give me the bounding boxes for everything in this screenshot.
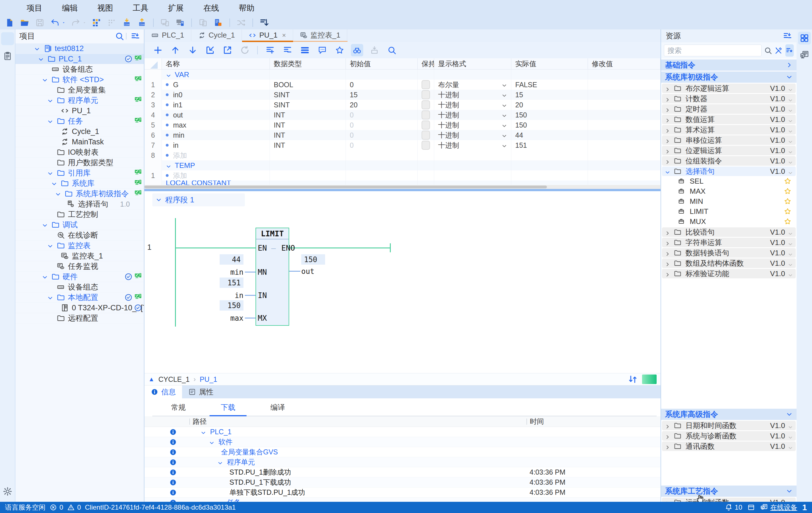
- input-var-label[interactable]: max: [220, 314, 243, 322]
- chevron-right-icon[interactable]: [665, 117, 670, 122]
- modify-cell[interactable]: [588, 150, 661, 160]
- format-cell[interactable]: 十进制: [434, 90, 511, 100]
- chevron-down-icon[interactable]: [166, 162, 171, 168]
- type-cell[interactable]: [270, 150, 346, 160]
- log-row[interactable]: STD.PU_1下载成功4:03:36 PM: [144, 477, 661, 487]
- strip-online-devices-panel[interactable]: [798, 49, 811, 61]
- find-button[interactable]: [386, 44, 398, 56]
- menu-item-扩展[interactable]: 扩展: [168, 3, 184, 13]
- chevron-right-icon[interactable]: [665, 148, 670, 153]
- search-icon[interactable]: [115, 31, 124, 41]
- format-cell[interactable]: 十进制: [434, 120, 511, 130]
- upload-from-plc-button[interactable]: IIOO: [136, 17, 148, 28]
- chevron-right-icon[interactable]: [665, 158, 670, 164]
- save-button[interactable]: [34, 17, 46, 28]
- init-cell[interactable]: 0: [346, 80, 418, 90]
- tree-item-调试[interactable]: 调试: [16, 220, 144, 230]
- horizontal-scrollbar[interactable]: [144, 185, 661, 189]
- subtab-常规[interactable]: 常规: [160, 398, 197, 416]
- name-cell[interactable]: min: [162, 130, 270, 140]
- tree-item-用户数据类型[interactable]: 用户数据类型: [16, 157, 144, 168]
- keep-checkbox[interactable]: [422, 80, 430, 89]
- chevron-right-icon[interactable]: [665, 271, 670, 276]
- format-cell[interactable]: 十进制: [434, 100, 511, 110]
- tree-item-本地配置[interactable]: 本地配置: [16, 292, 144, 303]
- type-cell[interactable]: INT: [270, 110, 346, 120]
- activity-settings-gear[interactable]: [1, 485, 14, 498]
- input-var-label[interactable]: in: [220, 291, 243, 300]
- chevron-down-icon[interactable]: [501, 92, 507, 97]
- resource-串移位运算[interactable]: 串移位运算V1.0: [662, 135, 796, 145]
- chevron-right-icon[interactable]: [665, 229, 670, 235]
- resource-日期和时间函数[interactable]: 日期和时间函数V1.0: [662, 421, 796, 430]
- type-cell[interactable]: INT: [270, 130, 346, 140]
- collapse-all-icon[interactable]: [130, 31, 140, 41]
- type-cell[interactable]: INT: [270, 120, 346, 130]
- tree-item-选择语句[interactable]: 选择语句1.0: [16, 199, 144, 209]
- menu-item-视图[interactable]: 视图: [97, 3, 113, 13]
- chevron-down-icon[interactable]: [42, 222, 48, 228]
- online-device-icon[interactable]: [760, 504, 768, 511]
- tree-item-工艺控制[interactable]: 工艺控制: [16, 209, 144, 220]
- log-row[interactable]: PLC_1: [144, 427, 661, 437]
- resource-选择语句[interactable]: 选择语句V1.0: [662, 167, 796, 176]
- keep-checkbox[interactable]: [422, 111, 430, 119]
- tree-item-PU_1[interactable]: PU_1: [16, 106, 144, 116]
- resource-通讯函数[interactable]: 通讯函数V1.0: [662, 442, 796, 451]
- chevron-right-icon[interactable]: [786, 62, 793, 68]
- resource-系统与诊断函数[interactable]: 系统与诊断函数V1.0: [662, 431, 796, 441]
- chevron-right-icon[interactable]: [665, 250, 670, 256]
- chevron-right-icon[interactable]: [665, 433, 670, 439]
- type-cell[interactable]: SINT: [270, 100, 346, 110]
- chevron-down-icon[interactable]: [786, 411, 793, 418]
- init-cell[interactable]: 0: [346, 140, 418, 150]
- keep-checkbox[interactable]: [422, 131, 430, 140]
- chevron-right-icon[interactable]: [665, 138, 670, 143]
- chevron-down-icon[interactable]: [166, 72, 171, 78]
- var-row-max[interactable]: 5maxINT0十进制150: [144, 120, 661, 130]
- undo-button[interactable]: [49, 17, 61, 28]
- chevron-down-icon[interactable]: [501, 102, 507, 108]
- menu-lines-button[interactable]: [299, 44, 311, 56]
- tab-PLC_1[interactable]: IIOOPLC_1: [144, 29, 191, 41]
- input-var-label[interactable]: min: [220, 268, 243, 276]
- chevron-down-icon[interactable]: [788, 117, 793, 122]
- bell-icon[interactable]: [725, 504, 733, 511]
- chevron-right-icon[interactable]: [665, 86, 670, 91]
- filter-favorites-icon[interactable]: [785, 44, 794, 57]
- resource-字符串运算[interactable]: 字符串运算V1.0: [662, 238, 796, 247]
- format-cell[interactable]: 十进制: [434, 130, 511, 140]
- sort-descending-button[interactable]: [259, 17, 270, 28]
- chevron-down-icon[interactable]: [665, 169, 670, 174]
- name-cell[interactable]: in0: [162, 90, 270, 100]
- favorite-star-icon[interactable]: [784, 187, 791, 195]
- init-cell[interactable]: 0: [346, 130, 418, 140]
- init-cell[interactable]: 20: [346, 100, 418, 110]
- chevron-down-icon[interactable]: [38, 56, 44, 62]
- chevron-down-icon[interactable]: [788, 500, 793, 502]
- chevron-down-icon[interactable]: [501, 82, 507, 87]
- instruction-SEL[interactable]: SEL: [661, 176, 796, 186]
- tree-item-引用库[interactable]: 引用库: [16, 168, 144, 178]
- insert-row-button[interactable]: [264, 44, 276, 56]
- compare-offline-button[interactable]: [198, 17, 209, 28]
- tree-item-0 T324-XP-CD-10_1[T324-XP...[interactable]: 0 T324-XP-CD-10_1[T324-XP...: [16, 303, 144, 313]
- tree-item-远程配置[interactable]: 远程配置: [16, 313, 144, 324]
- redo-button[interactable]: [70, 17, 81, 28]
- monitor-online-button[interactable]: [174, 17, 186, 28]
- resource-位组装指令[interactable]: 位组装指令V1.0: [662, 156, 796, 166]
- output-var-label[interactable]: out: [301, 267, 325, 276]
- collapse-up-icon[interactable]: ▲: [148, 375, 154, 383]
- log-row[interactable]: STD.PU_1删除成功4:03:36 PM: [144, 467, 661, 477]
- sync-compare-icon[interactable]: [628, 374, 638, 384]
- name-cell[interactable]: in1: [162, 100, 270, 110]
- chevron-down-icon[interactable]: [209, 439, 214, 445]
- resource-布尔逻辑运算[interactable]: 布尔逻辑运算V1.0: [662, 84, 796, 93]
- resource-标准验证功能[interactable]: 标准验证功能V1.0: [662, 269, 796, 278]
- format-cell[interactable]: 布尔量: [434, 80, 511, 90]
- resource-运动控制函数[interactable]: 运动控制函数V1.0: [662, 497, 796, 502]
- instruction-MIN[interactable]: MIN: [661, 196, 796, 206]
- resource-数值运算[interactable]: 数值运算V1.0: [662, 115, 796, 124]
- redo-dropdown[interactable]: [83, 18, 87, 28]
- favorite-star-icon[interactable]: [784, 177, 791, 185]
